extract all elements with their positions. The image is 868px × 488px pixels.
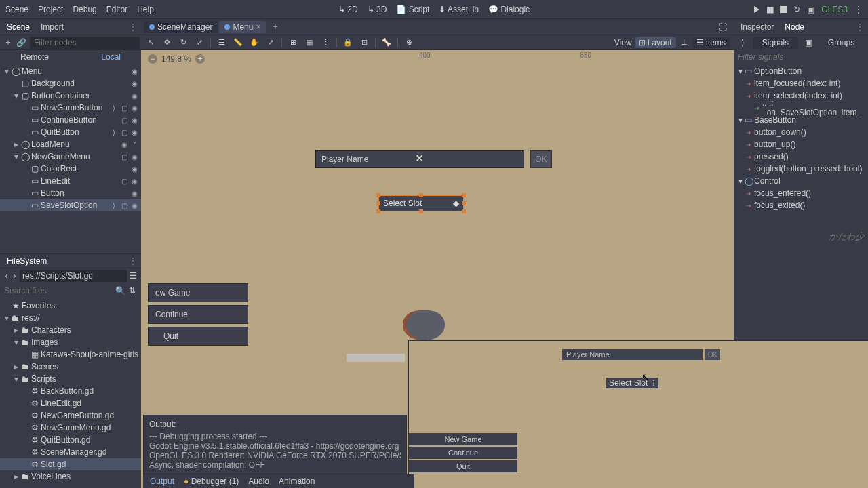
zoom-in-icon[interactable]: +: [195, 54, 205, 64]
signal-toggled[interactable]: toggled(button_pressed: bool): [754, 164, 862, 174]
bottom-tab-output[interactable]: Output: [150, 476, 174, 486]
fs-search-input[interactable]: [4, 285, 113, 297]
anchor-icon[interactable]: ⊕: [403, 37, 414, 48]
toggle-icon[interactable]: ▾: [736, 115, 745, 125]
signals-tab[interactable]: Signals: [753, 37, 798, 49]
items-dropdown[interactable]: ☰Items: [692, 37, 730, 48]
toggle-icon[interactable]: ▸: [12, 325, 20, 335]
collapse-icon[interactable]: ⋮: [129, 256, 137, 266]
node-background[interactable]: Background: [31, 79, 130, 88]
group-icon[interactable]: ⊡: [359, 37, 370, 48]
visibility-icon[interactable]: ◉: [130, 178, 138, 185]
zoom-out-icon[interactable]: −: [148, 54, 157, 64]
move-tool-icon[interactable]: ✥: [161, 37, 172, 48]
resize-handle[interactable]: [462, 201, 466, 205]
bottom-tab-debugger[interactable]: Debugger (1): [184, 476, 239, 486]
fs-quitbutton[interactable]: QuitButton.gd: [41, 435, 138, 445]
view-menu[interactable]: View: [614, 38, 632, 47]
visibility-icon[interactable]: ◉: [130, 80, 138, 87]
resize-handle[interactable]: [419, 193, 423, 197]
node-buttoncontainer[interactable]: ButtonContainer: [31, 91, 130, 100]
tab-menu[interactable]: Menu×: [219, 21, 266, 33]
visibility-icon[interactable]: ◉: [130, 153, 138, 161]
fs-scenes[interactable]: Scenes: [31, 362, 138, 371]
toggle-icon[interactable]: ▾: [736, 176, 745, 186]
toggle-icon[interactable]: ▾: [12, 338, 20, 347]
resize-handle[interactable]: [419, 209, 423, 214]
script-icon[interactable]: ▢: [120, 129, 128, 136]
toggle-icon[interactable]: ▾: [736, 66, 745, 76]
menu-help[interactable]: Help: [137, 5, 154, 14]
menu-project[interactable]: Project: [38, 5, 63, 14]
signal-icon[interactable]: ⟩: [110, 202, 118, 209]
tab-scenemanager[interactable]: SceneManager: [144, 21, 218, 33]
list-tool-icon[interactable]: ☰: [216, 37, 227, 48]
fs-favorites[interactable]: Favorites:: [22, 301, 138, 310]
script-icon[interactable]: ▢: [120, 153, 128, 161]
node-lineedit[interactable]: LineEdit: [41, 176, 120, 186]
game-player-name-input[interactable]: Player Name: [562, 349, 703, 360]
visibility-icon[interactable]: ◉: [130, 104, 138, 112]
play-icon[interactable]: [754, 6, 760, 13]
visibility-icon[interactable]: ◉: [130, 190, 138, 197]
local-toggle[interactable]: Local: [101, 52, 121, 62]
collapse-icon[interactable]: ⋮: [129, 22, 137, 32]
script-icon[interactable]: ▢: [120, 104, 128, 112]
pan-tool-icon[interactable]: ✋: [249, 37, 260, 48]
menu-editor[interactable]: Editor: [106, 5, 127, 14]
toggle-icon[interactable]: ▾: [12, 374, 20, 384]
game-newgame-button[interactable]: New Game: [409, 433, 517, 445]
resize-handle[interactable]: [462, 209, 466, 214]
chevron-icon[interactable]: ˅: [130, 141, 138, 148]
node-newgamebutton[interactable]: NewGameButton: [41, 103, 110, 113]
signal-icon[interactable]: ⟩: [110, 104, 118, 112]
canvas-continue-button[interactable]: Continue: [148, 305, 248, 324]
fs-scripts[interactable]: Scripts: [31, 374, 138, 384]
search-icon[interactable]: 🔍: [115, 286, 125, 296]
fs-newgamebutton[interactable]: NewGameButton.gd: [41, 411, 138, 420]
signal-focus-entered[interactable]: focus_entered(): [754, 188, 811, 198]
workspace-dialogic[interactable]: 💬 Dialogic: [488, 5, 530, 14]
filter-nodes-input[interactable]: [30, 37, 140, 49]
snap-icon[interactable]: ⊞: [288, 37, 298, 48]
visibility-icon[interactable]: ◉: [130, 129, 138, 136]
canvas-character-sprite[interactable]: [407, 310, 445, 340]
close-icon[interactable]: ×: [256, 22, 260, 32]
snap-config-icon[interactable]: ⋮: [320, 37, 331, 48]
visibility-icon[interactable]: ◉: [130, 202, 138, 209]
workspace-assetlib[interactable]: ⬇ AssetLib: [439, 5, 479, 14]
fullscreen-icon[interactable]: ⛶: [715, 22, 731, 32]
class-basebutton[interactable]: BaseButton: [754, 115, 796, 125]
signal-filter-icon[interactable]: ⟩: [738, 38, 747, 47]
game-quit-button[interactable]: Quit: [409, 460, 517, 472]
node-menu[interactable]: Menu: [22, 66, 130, 76]
group-icon[interactable]: ▣: [804, 38, 813, 47]
class-control[interactable]: Control: [754, 176, 781, 186]
canvas-quit-button[interactable]: Quit: [148, 327, 248, 346]
fs-res[interactable]: res://: [22, 313, 138, 323]
menu-debug[interactable]: Debug: [73, 5, 96, 14]
bone-icon[interactable]: 🦴: [381, 37, 392, 48]
resize-handle[interactable]: [376, 201, 380, 205]
reload-icon[interactable]: ↻: [793, 5, 800, 14]
game-ok-button[interactable]: OK: [705, 349, 720, 360]
resize-handle[interactable]: [462, 193, 466, 197]
signal-connection[interactable]: .. :: _on_SaveSlotOption_item_: [762, 98, 868, 117]
select-tool-icon[interactable]: ↖: [145, 37, 156, 48]
rotate-tool-icon[interactable]: ↻: [178, 37, 189, 48]
fs-lineedit[interactable]: LineEdit.gd: [41, 399, 138, 408]
toggle-icon[interactable]: ▸: [12, 140, 20, 149]
fs-katawa[interactable]: Katawa-Shoujo-anime-girls-Han: [41, 350, 138, 359]
tab-scene[interactable]: Scene: [4, 21, 33, 33]
toggle-icon[interactable]: ▾: [3, 66, 11, 76]
signal-icon[interactable]: ⟩: [110, 129, 118, 136]
filter-signals-input[interactable]: [738, 52, 864, 62]
fs-slot[interactable]: Slot.gd: [41, 460, 138, 469]
visibility-icon[interactable]: ◉: [120, 141, 128, 148]
visibility-icon[interactable]: ◉: [130, 117, 138, 124]
toggle-icon[interactable]: ▾: [12, 152, 20, 161]
groups-tab[interactable]: Groups: [818, 37, 864, 49]
node-continuebutton[interactable]: ContinueButton: [41, 115, 120, 125]
fs-scenemanager[interactable]: SceneManager.gd: [41, 447, 138, 457]
renderer-toggle[interactable]: GLES3: [821, 5, 848, 14]
